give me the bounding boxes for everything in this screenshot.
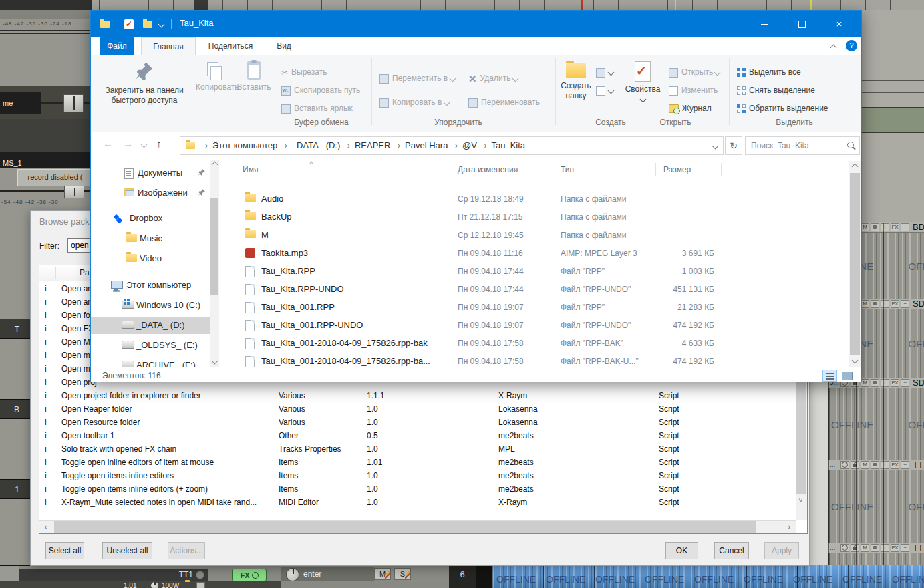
- breadcrumb-link[interactable]: Pavel Hara: [405, 137, 448, 154]
- nav-item[interactable]: Music: [91, 230, 210, 247]
- nav-item[interactable]: Dropbox: [91, 210, 210, 227]
- breadcrumb-item[interactable]: ›REAPER: [343, 140, 390, 150]
- file-row[interactable]: Tau_Kita_001.RPP-UNDO Пн 09.04.18 19:07 …: [231, 316, 849, 334]
- copy-to-button[interactable]: Копировать в: [379, 95, 449, 110]
- timeline-marker-red[interactable]: [581, 0, 583, 10]
- back-icon[interactable]: ←: [103, 138, 113, 149]
- move-to-button[interactable]: Переместить в: [379, 71, 455, 86]
- column-date[interactable]: Дата изменения: [458, 165, 518, 174]
- file-row[interactable]: Tau_Kita.RPP-UNDO Пн 09.04.18 17:44 Файл…: [231, 280, 849, 298]
- scroll-up-icon[interactable]: [849, 164, 861, 170]
- breadcrumb-item[interactable]: ›Этот компьютер: [200, 140, 277, 150]
- cut-button[interactable]: ✂Вырезать: [281, 65, 327, 80]
- properties-button[interactable]: Свойства: [622, 59, 663, 104]
- paste-shortcut-button[interactable]: Вставить ярлык: [281, 101, 353, 116]
- breadcrumb-link[interactable]: @V: [462, 137, 477, 154]
- recent-locations-icon[interactable]: [141, 142, 148, 148]
- tab-home[interactable]: Главная: [141, 37, 196, 56]
- actions-button[interactable]: Actions...: [168, 542, 205, 559]
- breadcrumb-link[interactable]: REAPER: [355, 137, 390, 154]
- record-disabled-button[interactable]: record disabled (: [17, 169, 93, 186]
- copy-path-button[interactable]: W...Скопировать путь: [281, 83, 360, 98]
- breadcrumb-item[interactable]: ›_DATA_ (D:): [280, 140, 340, 150]
- scrollbar-thumb[interactable]: [210, 198, 218, 295]
- record-arm-icon[interactable]: [196, 571, 204, 579]
- select-all-button[interactable]: Выделить все: [737, 65, 801, 80]
- breadcrumb-item[interactable]: ›Pavel Hara: [393, 140, 448, 150]
- package-row[interactable]: i Solo track with opened FX chain Tracks…: [39, 442, 796, 456]
- io-icon[interactable]: [196, 582, 205, 588]
- scroll-left-icon[interactable]: ‹: [41, 522, 51, 533]
- breadcrumb-link[interactable]: Tau_Kita: [491, 137, 525, 154]
- fader-handle[interactable]: [64, 186, 84, 198]
- package-row[interactable]: i X-Raym_Mute selected notes in open MID…: [39, 496, 796, 509]
- new-folder-button[interactable]: Создать папку: [559, 59, 593, 101]
- properties-qat-icon[interactable]: ✓: [124, 19, 134, 29]
- breadcrumb-link[interactable]: Этот компьютер: [212, 137, 277, 154]
- qat-dropdown-icon[interactable]: [158, 21, 165, 28]
- easy-access-button[interactable]: [596, 65, 613, 80]
- nav-item[interactable]: Изображени: [91, 184, 210, 202]
- track-name-box[interactable]: TT1: [19, 569, 208, 581]
- horizontal-scrollbar[interactable]: ‹ ›: [39, 520, 796, 533]
- pin-quick-access-button[interactable]: Закрепить на панели быстрого доступа: [94, 59, 194, 106]
- timeline-marker-yellow[interactable]: [810, 0, 812, 10]
- nav-item[interactable]: Этот компьютер: [91, 277, 210, 294]
- history-button[interactable]: Журнал: [669, 101, 712, 116]
- file-row[interactable]: Tau_Kita_001-2018-04-09_175826.rpp-ba...…: [231, 352, 849, 367]
- scrollbar-thumb[interactable]: [54, 521, 756, 533]
- unselect-all-button[interactable]: Unselect all: [102, 542, 152, 559]
- open-button[interactable]: Открыть: [669, 65, 720, 80]
- forward-icon[interactable]: →: [123, 138, 133, 149]
- pan-knob[interactable]: [150, 581, 159, 588]
- refresh-button[interactable]: ↻: [725, 136, 742, 155]
- up-icon[interactable]: ↑: [156, 138, 162, 149]
- paste-button[interactable]: Вставить: [234, 59, 274, 92]
- select-none-button[interactable]: Снять выделение: [737, 83, 815, 98]
- reaper-timeline-ruler[interactable]: [0, 0, 924, 10]
- package-row[interactable]: i Toggle open inline editors of item at …: [39, 456, 796, 469]
- track-fx-button[interactable]: FX: [232, 569, 267, 581]
- column-size[interactable]: Размер: [663, 165, 691, 174]
- nav-item[interactable]: ARCHIVE_ (F:): [91, 357, 210, 367]
- title-bar[interactable]: ✓ Tau_Kita ×: [91, 11, 861, 37]
- package-row[interactable]: i Open project folder in explorer or fin…: [39, 389, 796, 402]
- bottom-media-items[interactable]: OFFLINE OFFLINE OFFLINE OFFLINE OFFLINE …: [492, 565, 924, 588]
- breadcrumb-item[interactable]: ›Tau_Kita: [479, 140, 525, 150]
- nav-scrollbar[interactable]: [210, 160, 219, 367]
- file-row[interactable]: Tau_Kita_001-2018-04-09_175826.rpp-bak П…: [231, 334, 849, 352]
- breadcrumb[interactable]: ›Этот компьютер ›_DATA_ (D:) ›REAPER ›Pa…: [180, 136, 724, 155]
- nav-item[interactable]: Документы: [91, 164, 210, 182]
- column-name[interactable]: Имя: [243, 165, 258, 174]
- address-dropdown-icon[interactable]: [712, 143, 719, 150]
- breadcrumb-item[interactable]: ›@V: [450, 140, 477, 150]
- select-all-button[interactable]: Select all: [45, 542, 84, 559]
- volume-value[interactable]: 1.01: [124, 582, 136, 588]
- file-row[interactable]: Tau_Kita.RPP Пн 09.04.18 17:44 Файл "RPP…: [231, 262, 849, 280]
- apply-button[interactable]: Apply: [764, 542, 799, 559]
- copy-button[interactable]: Копировать: [196, 59, 233, 92]
- cancel-button[interactable]: Cancel: [714, 542, 749, 559]
- search-input[interactable]: Поиск: Tau_Kita: [745, 136, 860, 155]
- package-row[interactable]: i Open Reaper folder Various 1.0 Lokasen…: [39, 402, 796, 416]
- thumbnail-view-button[interactable]: [840, 370, 855, 382]
- scroll-down-icon[interactable]: [849, 357, 861, 364]
- mute-button[interactable]: M: [374, 568, 391, 580]
- new-folder-qat-icon[interactable]: [143, 21, 152, 28]
- invert-selection-button[interactable]: Обратить выделение: [737, 101, 828, 116]
- solo-button[interactable]: S: [394, 568, 411, 580]
- tab-file[interactable]: Файл: [100, 37, 134, 55]
- rename-button[interactable]: Переименовать: [468, 95, 540, 110]
- file-row[interactable]: BackUp Пт 21.12.18 17:15 Папка с файлами: [231, 208, 849, 226]
- scroll-down-icon[interactable]: ˅: [796, 496, 806, 506]
- column-type[interactable]: Тип: [561, 165, 574, 174]
- file-row[interactable]: M Ср 12.12.18 19:45 Папка с файлами: [231, 226, 849, 244]
- scroll-down-icon[interactable]: [210, 358, 219, 365]
- timeline-marker-yellow[interactable]: [675, 0, 676, 10]
- scroll-up-icon[interactable]: [210, 162, 219, 168]
- scrollbar-thumb[interactable]: [850, 173, 860, 355]
- delete-button[interactable]: ✕Удалить: [468, 71, 518, 86]
- collapse-ribbon-icon[interactable]: [830, 45, 837, 51]
- volume-knob[interactable]: [286, 568, 299, 581]
- nav-item[interactable]: _OLDSYS_ (E:): [91, 337, 210, 354]
